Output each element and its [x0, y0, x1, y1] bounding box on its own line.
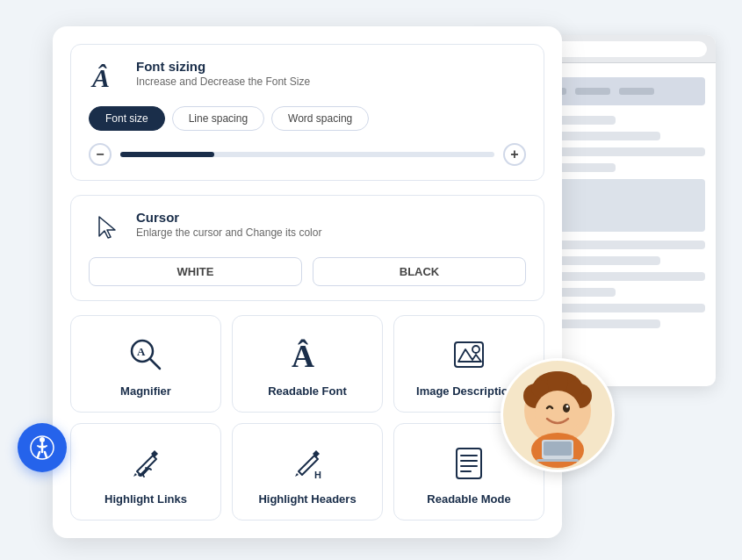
cursor-title: Cursor	[136, 210, 321, 225]
svg-rect-13	[537, 459, 579, 462]
readable-font-card[interactable]: Â Readable Font	[232, 315, 383, 413]
cursor-info: Cursor Enlarge the cursor and Change its…	[136, 210, 321, 239]
svg-point-20	[472, 346, 479, 353]
accessibility-panel: Â Font sizing Increase and Decrease the …	[53, 26, 562, 538]
font-sizing-title: Font sizing	[136, 59, 310, 74]
font-sizing-icon: Â	[89, 59, 124, 94]
cursor-desc: Enlarge the cursor and Change its color	[136, 226, 321, 239]
readable-mode-icon	[448, 442, 490, 484]
svg-text:Â: Â	[292, 339, 314, 374]
readable-font-icon: Â	[286, 334, 328, 376]
cursor-header: Cursor Enlarge the cursor and Change its…	[89, 210, 526, 245]
cursor-white-button[interactable]: WHITE	[89, 257, 302, 286]
image-descriptions-icon	[448, 334, 490, 376]
cursor-icon	[89, 210, 124, 245]
font-tab-group: Font size Line spacing Word spacing	[89, 106, 526, 131]
highlight-headers-icon: H	[286, 442, 328, 484]
font-sizing-section: Â Font sizing Increase and Decrease the …	[70, 44, 544, 181]
readable-mode-label: Readable Mode	[427, 492, 510, 506]
font-sizing-info: Font sizing Increase and Decrease the Fo…	[136, 59, 310, 88]
tab-line-spacing[interactable]: Line spacing	[172, 106, 264, 131]
highlight-headers-card[interactable]: H Highlight Headers	[232, 423, 383, 521]
highlight-links-label: Highlight Links	[104, 492, 187, 506]
svg-text:A: A	[137, 345, 146, 358]
magnifier-icon: A	[125, 334, 167, 376]
highlight-headers-label: Highlight Headers	[258, 492, 356, 506]
slider-track[interactable]	[120, 152, 494, 157]
font-size-slider: − +	[89, 143, 526, 166]
nav-item-4	[619, 88, 654, 95]
slider-fill	[120, 152, 214, 157]
feature-grid: A Magnifier Â Readable Font	[70, 315, 544, 521]
font-sizing-header: Â Font sizing Increase and Decrease the …	[89, 59, 526, 94]
svg-point-9	[566, 406, 569, 408]
cursor-section: Cursor Enlarge the cursor and Change its…	[70, 195, 544, 301]
svg-point-7	[535, 391, 580, 436]
nav-item-3	[575, 88, 610, 95]
magnifier-card[interactable]: A Magnifier	[70, 315, 221, 413]
highlight-links-icon	[125, 442, 167, 484]
highlight-links-card[interactable]: Highlight Links	[70, 423, 221, 521]
svg-point-8	[563, 404, 570, 413]
tab-word-spacing[interactable]: Word spacing	[271, 106, 369, 131]
font-sizing-desc: Increase and Decrease the Font Size	[136, 75, 310, 88]
tab-font-size[interactable]: Font size	[89, 106, 165, 131]
svg-text:Â: Â	[90, 63, 110, 92]
magnifier-label: Magnifier	[120, 384, 171, 398]
svg-point-27	[40, 437, 45, 442]
increase-font-button[interactable]: +	[503, 143, 526, 166]
accessibility-fab[interactable]	[18, 423, 67, 472]
svg-line-16	[150, 359, 160, 369]
svg-point-6	[547, 371, 568, 392]
svg-rect-12	[544, 442, 572, 456]
cursor-black-button[interactable]: BLACK	[313, 257, 526, 286]
readable-font-label: Readable Font	[268, 384, 347, 398]
svg-text:H: H	[314, 470, 321, 480]
svg-rect-22	[457, 449, 481, 478]
decrease-font-button[interactable]: −	[89, 143, 112, 166]
character-illustration	[501, 358, 615, 472]
cursor-options: WHITE BLACK	[89, 257, 526, 286]
